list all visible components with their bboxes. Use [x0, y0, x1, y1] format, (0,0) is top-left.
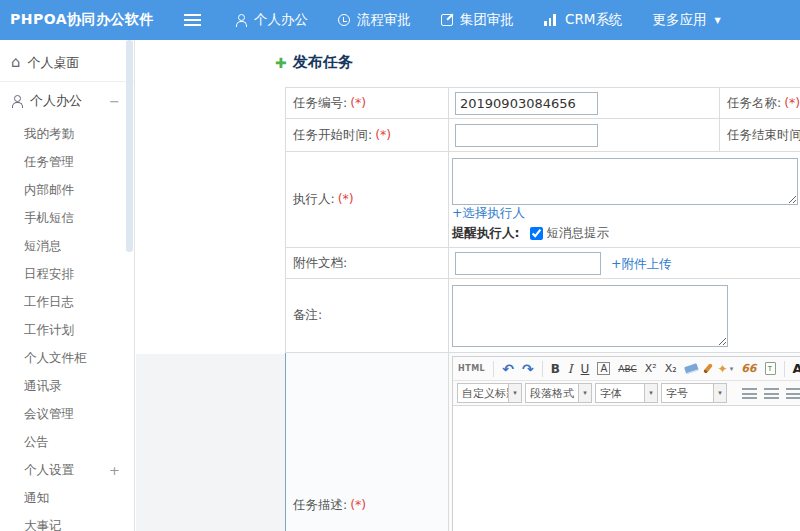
remark-field-cell: [449, 279, 800, 353]
nav-item-crm[interactable]: CRM系统: [544, 11, 622, 29]
sidebar-item-contacts[interactable]: 通讯录: [0, 372, 134, 400]
home-icon: ⌂: [11, 55, 21, 70]
sidebar-item-short-message[interactable]: 短消息: [0, 232, 134, 260]
italic-button[interactable]: I: [568, 360, 573, 378]
publish-task-form: 任务编号:(*) 任务名称:(*) 任务开始时间:(*) 任务结束时间:(*): [285, 87, 800, 531]
expand-plus-icon[interactable]: +: [109, 463, 120, 478]
end-time-label: 任务结束时间:: [727, 127, 800, 142]
font-size-dropdown[interactable]: 字号▾: [661, 383, 727, 403]
sidebar-item-schedule[interactable]: 日程安排: [0, 260, 134, 288]
remark-textarea[interactable]: [452, 285, 728, 347]
alignment-buttons: [742, 388, 800, 399]
collapse-minus-icon[interactable]: −: [109, 94, 120, 109]
remind-executor-label: 提醒执行人:: [452, 225, 520, 242]
nav-label: 流程审批: [357, 11, 411, 29]
sidebar-item-internal-mail[interactable]: 内部邮件: [0, 176, 134, 204]
font-color-button[interactable]: A▾: [793, 360, 800, 378]
required-mark: (*): [784, 95, 800, 110]
format-brush-icon[interactable]: [706, 360, 710, 378]
underline-button[interactable]: U: [581, 360, 590, 378]
sidebar-item-label: 短消息: [24, 238, 62, 255]
sidebar-item-personal-office[interactable]: 个人办公 −: [0, 82, 134, 120]
autoformat-button[interactable]: A: [597, 362, 610, 375]
editor-toolbar-row2: 自定义标题▾ 段落格式▾ 字体▾ 字号▾: [453, 381, 800, 406]
align-left-icon[interactable]: [742, 388, 757, 399]
nav-item-process-approval[interactable]: 流程审批: [338, 11, 411, 29]
remark-label-cell: 备注:: [286, 279, 449, 353]
hamburger-menu-icon[interactable]: [184, 14, 201, 26]
nav-item-personal-office[interactable]: 个人办公: [235, 11, 308, 29]
nav-item-group-approval[interactable]: 集团审批: [441, 11, 514, 29]
strikethrough-button[interactable]: ABC: [618, 360, 636, 378]
caret-down-icon: ▾: [713, 384, 726, 402]
sidebar-item-work-plan[interactable]: 工作计划: [0, 316, 134, 344]
add-plus-icon: ✚: [275, 55, 287, 71]
sms-remind-checkbox[interactable]: [530, 227, 543, 240]
task-number-input[interactable]: [455, 92, 598, 115]
attachment-upload-link[interactable]: +附件上传: [611, 256, 671, 271]
font-family-dropdown[interactable]: 字体▾: [595, 383, 658, 403]
sidebar-item-personal-desktop[interactable]: ⌂ 个人桌面: [0, 44, 134, 82]
auto-typeset-icon[interactable]: ✦▾: [718, 360, 734, 378]
eraser-icon[interactable]: [685, 360, 698, 378]
paste-text-icon[interactable]: T: [765, 360, 776, 378]
start-time-field-cell: [449, 119, 720, 152]
form-row-task-number: 任务编号:(*) 任务名称:(*): [286, 88, 800, 119]
sidebar-item-label: 日程安排: [24, 266, 74, 283]
html-source-button[interactable]: HTML: [458, 360, 485, 378]
align-center-icon[interactable]: [764, 388, 779, 399]
clock-icon: [338, 14, 350, 26]
sidebar-item-announcement[interactable]: 公告: [0, 428, 134, 456]
redo-icon[interactable]: ↷: [522, 360, 534, 378]
form-row-remark: 备注:: [286, 279, 800, 353]
remind-executor-row: 提醒执行人: 短消息提示: [452, 225, 800, 242]
sidebar: ⌂ 个人桌面 个人办公 − 我的考勤 任务管理 内部邮件 手机短信 短消息 日程…: [0, 40, 135, 531]
superscript-button[interactable]: X²: [645, 360, 657, 378]
sidebar-item-label: 大事记: [24, 518, 62, 531]
sidebar-item-file-cabinet[interactable]: 个人文件柜: [0, 344, 134, 372]
required-mark: (*): [350, 95, 366, 110]
sidebar-item-personal-settings[interactable]: 个人设置 +: [0, 456, 134, 484]
sidebar-item-label: 内部邮件: [24, 182, 74, 199]
sidebar-item-label: 个人设置: [24, 462, 74, 479]
sidebar-item-meeting-management[interactable]: 会议管理: [0, 400, 134, 428]
form-row-description: 任务描述:(*) HTML ↶ ↷ B I U A ABC: [286, 353, 800, 531]
required-mark: (*): [350, 497, 366, 512]
remark-label: 备注:: [293, 307, 322, 322]
blockquote-button[interactable]: 66: [741, 360, 756, 378]
custom-title-dropdown[interactable]: 自定义标题▾: [457, 383, 522, 403]
sidebar-item-memorabilia[interactable]: 大事记: [0, 512, 134, 531]
sidebar-item-label: 手机短信: [24, 210, 74, 227]
nav-label: 个人办公: [254, 11, 308, 29]
align-right-icon[interactable]: [786, 388, 800, 399]
rich-text-editor: HTML ↶ ↷ B I U A ABC X² X₂ ✦: [452, 356, 800, 531]
sidebar-item-work-log[interactable]: 工作日志: [0, 288, 134, 316]
required-mark: (*): [338, 191, 354, 206]
undo-icon[interactable]: ↶: [502, 360, 514, 378]
sidebar-item-label: 个人文件柜: [24, 350, 87, 367]
app-header: PHPOA协同办公软件 个人办公 流程审批 集团审批 CRM系统 更多应用 ▼: [0, 0, 800, 40]
sidebar-item-mobile-sms[interactable]: 手机短信: [0, 204, 134, 232]
executor-textarea[interactable]: [452, 158, 798, 205]
choose-executor-link[interactable]: +选择执行人: [452, 205, 525, 220]
task-number-label-cell: 任务编号:(*): [286, 88, 449, 119]
sidebar-item-label: 通知: [24, 490, 49, 507]
paragraph-format-dropdown[interactable]: 段落格式▾: [525, 383, 592, 403]
sidebar-item-notification[interactable]: 通知: [0, 484, 134, 512]
bar-chart-icon: [544, 14, 558, 26]
start-time-input[interactable]: [455, 124, 598, 147]
sidebar-item-task-management[interactable]: 任务管理: [0, 148, 134, 176]
bold-button[interactable]: B: [551, 360, 560, 378]
nav-item-more-apps[interactable]: 更多应用 ▼: [652, 11, 720, 29]
subscript-button[interactable]: X₂: [665, 360, 677, 378]
toolbar-separator: [493, 361, 494, 377]
sidebar-item-label: 工作日志: [24, 294, 74, 311]
attachment-input[interactable]: [455, 252, 601, 275]
description-label: 任务描述:: [293, 497, 347, 512]
editor-content-area[interactable]: [453, 406, 800, 531]
sidebar-scrollbar-thumb[interactable]: [126, 40, 133, 252]
caret-down-icon: ▾: [730, 365, 734, 373]
main-content: ✚ 发布任务 任务编号:(*) 任务名称:(*) 任务开始时间:(*): [136, 40, 800, 531]
sidebar-item-my-attendance[interactable]: 我的考勤: [0, 120, 134, 148]
sidebar-item-label: 个人办公: [30, 92, 82, 110]
